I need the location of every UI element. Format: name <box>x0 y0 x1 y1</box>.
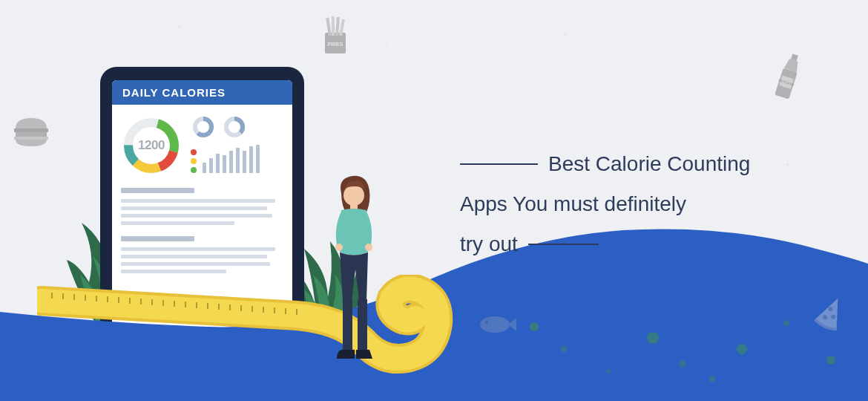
donut-value: 1200 <box>119 114 183 177</box>
svg-point-10 <box>561 346 567 352</box>
headline-line3: try out <box>460 229 518 260</box>
headline: Best Calorie Counting Apps You must defi… <box>460 149 779 269</box>
svg-rect-50 <box>332 16 335 36</box>
main-donut-chart: 1200 <box>119 114 183 177</box>
svg-point-43 <box>335 244 343 251</box>
svg-point-41 <box>343 185 364 206</box>
svg-rect-54 <box>16 132 47 137</box>
ketchup-icon: KETCHUP <box>774 52 802 104</box>
svg-point-16 <box>606 369 611 374</box>
svg-rect-53 <box>14 128 48 132</box>
pizza-icon <box>812 293 849 334</box>
headline-line1: Best Calorie Counting <box>548 149 750 180</box>
svg-point-15 <box>826 356 835 365</box>
measuring-tape-icon <box>37 275 497 401</box>
svg-point-9 <box>530 322 539 331</box>
person-illustration <box>319 175 386 368</box>
screen-header: DAILY CALORIES <box>112 80 292 105</box>
svg-point-14 <box>783 320 789 326</box>
svg-point-13 <box>737 344 747 354</box>
burger-icon <box>11 115 52 149</box>
svg-point-11 <box>647 332 659 344</box>
legend-dots <box>191 149 197 173</box>
svg-point-17 <box>709 376 715 382</box>
svg-point-44 <box>365 244 372 251</box>
mini-donut-chart <box>222 114 247 140</box>
svg-rect-45 <box>343 299 352 351</box>
bar-chart <box>203 145 260 173</box>
svg-rect-46 <box>358 299 367 351</box>
mini-donut-chart <box>191 114 216 140</box>
headline-line2: Apps You must definitely <box>460 189 686 220</box>
fries-icon: FRIES <box>318 13 353 56</box>
svg-point-12 <box>679 360 686 368</box>
dash-icon <box>460 163 538 165</box>
dash-icon <box>528 244 599 245</box>
svg-rect-55 <box>14 137 48 140</box>
svg-text:FRIES: FRIES <box>328 42 343 47</box>
chart-area: 1200 <box>112 105 292 183</box>
